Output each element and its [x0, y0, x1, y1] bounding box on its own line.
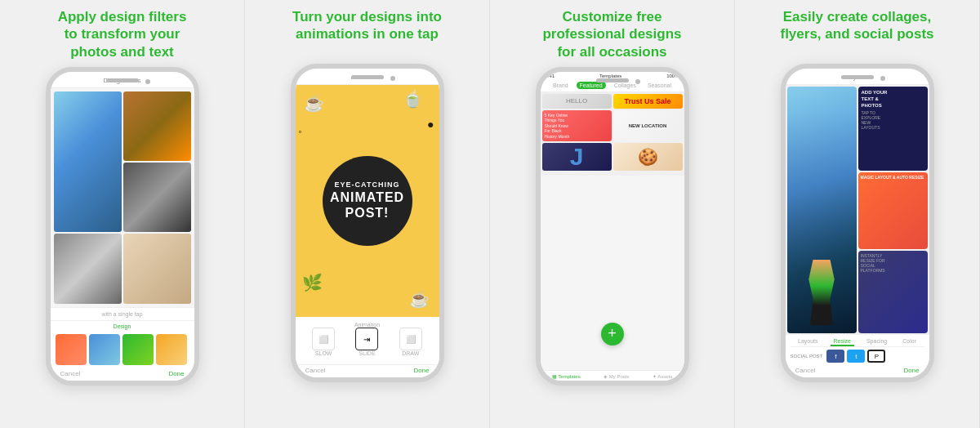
status-battery: 100%: [666, 74, 679, 78]
done-button-1[interactable]: Done: [168, 370, 184, 377]
phone-1: Design filters with a single tap Design: [46, 67, 199, 386]
anim-btn-2[interactable]: ⇥: [355, 328, 378, 350]
thumb-4[interactable]: [156, 334, 187, 365]
deco-dot-2: ◦: [299, 126, 302, 137]
tab-featured[interactable]: Featured: [577, 82, 606, 89]
ctrl-tab-layouts[interactable]: Layouts: [795, 337, 822, 346]
phone-1-footer: Cancel Done: [51, 368, 194, 381]
anim-label-slow: SLOW: [312, 350, 335, 356]
twitter-btn[interactable]: t: [847, 350, 865, 363]
layout-mid-right: Magic Layout & Auto Resize: [858, 172, 928, 250]
cancel-button-2[interactable]: Cancel: [305, 367, 326, 374]
ctrl-tab-color[interactable]: Color: [899, 337, 920, 346]
template-tabs-bar: Brand Featured Collages Seasonal: [541, 80, 684, 92]
layout-controls: Layouts Resize Spacing Color SOCIAL POST…: [786, 335, 929, 365]
template-card-1[interactable]: HELLO: [542, 94, 612, 109]
template-card-5[interactable]: J: [542, 143, 612, 171]
template-card-3[interactable]: 5 Key OnlineThings YouShould KnowFor Bla…: [542, 110, 612, 142]
panel-2-title: Turn your designs into animations in one…: [292, 8, 442, 57]
screen-label-4: Layouts: [845, 74, 868, 81]
done-button-4[interactable]: Done: [903, 367, 919, 374]
bottom-assets[interactable]: ✦ Assets: [653, 373, 672, 379]
photo-london-eye: [54, 91, 122, 233]
template-grid: HELLO Trust Us Sale 5 Key OnlineThings Y…: [541, 92, 684, 176]
anim-label-slide: SLIDE: [355, 350, 378, 356]
anim-ctrl-row: ⬜ SLOW ⇥ SLIDE ⬜ DRAW: [302, 328, 433, 356]
phone-3: 9:41 Templates 100% Brand Featured Colla…: [536, 67, 689, 386]
design-sublabel: with a single tap: [57, 311, 188, 317]
screen-label-3: Templates: [599, 74, 621, 78]
panel-1-title: Apply design filters to transform your p…: [58, 8, 187, 60]
design-bottom: with a single tap: [51, 307, 194, 320]
anim-btn-1[interactable]: ⬜: [312, 328, 335, 350]
deco-leaf-1: 🌿: [302, 273, 323, 292]
panel-4-title: Easily create collages, flyers, and soci…: [780, 8, 933, 57]
photo-bigben: [54, 234, 122, 303]
fab-add[interactable]: +: [601, 323, 624, 346]
panel-templates: Customize free professional designs for …: [490, 0, 735, 428]
anim-label: Animation: [302, 322, 433, 328]
design-tabs: Design: [51, 320, 194, 331]
done-button-2[interactable]: Done: [413, 367, 429, 374]
screen-bar-4: Layouts: [786, 69, 929, 85]
screen-bar-1: Design filters: [51, 72, 194, 88]
status-bar-3: 9:41 Templates 100%: [541, 72, 684, 80]
ctrl-tab-spacing[interactable]: Spacing: [863, 337, 890, 346]
social-platforms-row: SOCIAL POST f t P: [791, 350, 924, 363]
phone-2: Animations ☕ 🍵 🌿 ☕ ● ◦ EYE-CATCHING ANIM…: [291, 64, 444, 382]
layout-ctrl-tabs: Layouts Resize Spacing Color: [791, 337, 924, 347]
layout-top-right: ADD YOURTEXT &PHOTOS TAP TOEXPLORENEWLAY…: [858, 87, 928, 171]
template-bottom-bar: ▦ Templates ◈ My Posts ✦ Assets: [541, 370, 684, 381]
panel-design-filters: Apply design filters to transform your p…: [0, 0, 245, 428]
cancel-button-1[interactable]: Cancel: [60, 370, 81, 377]
layout-screen: ADD YOURTEXT &PHOTOS TAP TOEXPLORENEWLAY…: [786, 85, 929, 335]
layout-big-photo: [787, 87, 857, 333]
phone-4: Layouts ADD YOURTEXT &PHOTOS TAP TOEXPLO…: [781, 64, 934, 382]
animated-circle: EYE-CATCHING ANIMATED POST!: [323, 156, 412, 246]
panel-3-title: Customize free professional designs for …: [542, 8, 681, 60]
screen-label-2: Animations: [351, 74, 384, 81]
panel-animations: Turn your designs into animations in one…: [245, 0, 490, 428]
template-card-6[interactable]: 🍪: [613, 143, 683, 171]
photo-grid: [54, 91, 191, 304]
pinterest-btn[interactable]: P: [867, 350, 885, 363]
thumb-2[interactable]: [89, 334, 120, 365]
animation-screen: ☕ 🍵 🌿 ☕ ● ◦ EYE-CATCHING ANIMATED POST!: [296, 85, 439, 317]
deco-dot-1: ●: [427, 118, 434, 131]
ctrl-tab-resize[interactable]: Resize: [831, 337, 854, 346]
person-photo: [787, 111, 857, 333]
template-card-2[interactable]: Trust Us Sale: [613, 94, 683, 109]
thumb-row: [51, 331, 194, 368]
anim-btn-3[interactable]: ⬜: [399, 328, 422, 350]
bottom-templates[interactable]: ▦ Templates: [552, 373, 581, 379]
phone-4-footer: Cancel Done: [786, 365, 929, 377]
phone-2-footer: Cancel Done: [296, 364, 439, 377]
animation-controls: Animation ⬜ SLOW ⇥ SLIDE ⬜ DRAW: [296, 317, 439, 364]
photo-bridge: [123, 91, 191, 161]
screen-label-1: Design filters: [103, 77, 140, 84]
thumb-1[interactable]: [56, 334, 87, 365]
screen-bar-2: Animations: [296, 69, 439, 85]
tab-brand[interactable]: Brand: [550, 82, 572, 89]
layout-right-col: ADD YOURTEXT &PHOTOS TAP TOEXPLORENEWLAY…: [858, 87, 928, 333]
template-card-4[interactable]: NEW LOCATION: [613, 110, 683, 142]
photo-abstract: [123, 234, 191, 303]
social-label: SOCIAL POST: [791, 354, 823, 359]
deco-leaf-2: ☕: [409, 289, 430, 309]
deco-cup-1: ☕: [304, 93, 324, 113]
tab-design[interactable]: Design: [114, 323, 131, 329]
cancel-button-4[interactable]: Cancel: [795, 367, 816, 374]
deco-cup-2: 🍵: [403, 89, 423, 109]
circle-text: EYE-CATCHING ANIMATED POST!: [330, 181, 404, 221]
bottom-myposts[interactable]: ◈ My Posts: [604, 373, 629, 379]
anim-label-draw: DRAW: [399, 350, 422, 356]
layout-bot-right: INSTANTLYRESIZE FORSOCIALPLATFORMS: [858, 251, 928, 333]
facebook-btn[interactable]: f: [826, 350, 844, 363]
card-letter: J: [570, 143, 584, 171]
tab-collages[interactable]: Collages: [611, 82, 639, 89]
thumb-3[interactable]: [122, 334, 154, 365]
tab-seasonal[interactable]: Seasonal: [644, 82, 675, 89]
status-time: 9:41: [546, 74, 555, 78]
panel-layouts: Easily create collages, flyers, and soci…: [735, 0, 980, 428]
photo-bw1: [123, 163, 191, 232]
